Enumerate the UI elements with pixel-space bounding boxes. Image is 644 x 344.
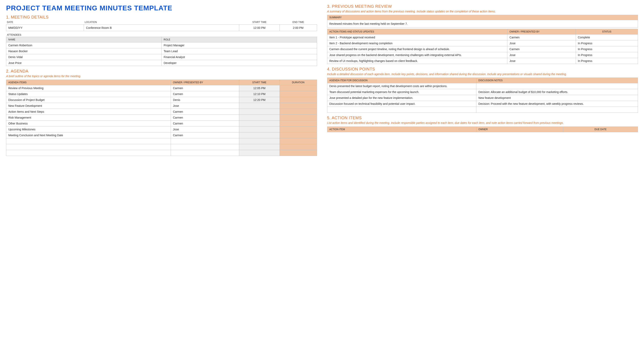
table-cell[interactable]: Team discussed potential marketing expen… [327,89,476,95]
table-cell[interactable]: Carmen [171,115,239,121]
table-cell[interactable]: Denis Vidal [6,54,162,60]
table-cell[interactable]: Complete [576,35,638,40]
table-cell[interactable]: Carmen [171,91,239,97]
table-cell[interactable] [6,138,171,144]
table-cell[interactable]: Jose [508,40,576,46]
agenda-hdr-owner: OWNER / PRESENTED BY [171,80,239,85]
table-cell[interactable]: Risk Management [6,115,171,121]
table-cell[interactable] [239,115,280,121]
table-cell[interactable]: Upcoming Milestones [6,126,171,132]
table-cell[interactable] [280,121,317,126]
table-cell[interactable]: Carmen Robertson [6,43,162,48]
table-cell[interactable] [280,109,317,115]
table-row: Discussion focused on technical feasibil… [327,101,638,107]
table-cell[interactable]: Jose [508,52,576,58]
table-cell[interactable]: New Feature Development [6,103,171,109]
table-cell[interactable] [239,132,280,138]
table-cell[interactable]: Jose [171,103,239,109]
table-cell[interactable] [171,150,239,156]
table-cell[interactable]: Carmen [508,35,576,40]
table-cell[interactable] [476,83,638,89]
table-cell[interactable] [476,107,638,113]
table-cell[interactable] [239,121,280,126]
table-cell[interactable] [239,138,280,144]
table-cell[interactable]: Hasaon Bocker [6,48,162,54]
table-cell[interactable]: 12:10 PM [239,91,280,97]
action-hdr-owner: OWNER [476,126,563,132]
table-cell[interactable]: Item 1 - Prototype approval received [327,35,508,40]
disc-hdr-notes: DISCUSSION NOTES [476,78,638,83]
table-cell[interactable] [280,97,317,103]
table-cell[interactable] [280,138,317,144]
table-cell[interactable]: Review of Previous Meeting [6,85,171,91]
table-cell[interactable]: In Progress [576,52,638,58]
table-cell[interactable]: Carmen [171,132,239,138]
table-cell[interactable]: New feature development [476,95,638,101]
table-cell[interactable]: In Progress [576,46,638,52]
table-cell[interactable] [280,91,317,97]
table-cell[interactable]: Carmen [171,109,239,115]
table-cell[interactable] [239,144,280,150]
table-cell[interactable] [280,126,317,132]
value-start[interactable]: 12:00 PM [239,25,280,31]
table-cell[interactable] [280,144,317,150]
table-cell[interactable]: Review of UI mockups, highlighting chang… [327,58,508,64]
table-cell[interactable]: Action Items and Next Steps [6,109,171,115]
table-cell[interactable] [280,103,317,109]
table-cell[interactable]: In Progress [576,40,638,46]
table-cell[interactable]: Carmen discussed the current project tim… [327,46,508,52]
table-cell[interactable] [171,144,239,150]
details-table: MM/DD/YY Conference Room B 12:00 PM 2:00… [6,24,317,31]
table-cell[interactable]: Discussion of Project Budget [6,97,171,103]
table-cell[interactable]: Decision: Allocate an additional budget … [476,89,638,95]
table-cell[interactable] [280,132,317,138]
value-date[interactable]: MM/DD/YY [6,25,84,31]
table-cell[interactable] [239,103,280,109]
table-cell[interactable]: 12:05 PM [239,85,280,91]
table-cell[interactable]: Jose [508,58,576,64]
table-cell[interactable]: Status Updates [6,91,171,97]
table-cell[interactable]: Decision: Proceed with the new feature d… [476,101,638,107]
table-cell[interactable]: Discussion focused on technical feasibil… [327,101,476,107]
table-cell[interactable]: Project Manager [162,43,317,48]
status-table: ACTION ITEMS AND STATUS UPDATES OWNER / … [327,29,638,64]
table-cell[interactable] [280,115,317,121]
value-end[interactable]: 2:00 PM [280,25,317,31]
table-cell[interactable]: 12:20 PM [239,97,280,103]
section-5-heading: 5. ACTION ITEMS [327,116,638,120]
table-cell[interactable] [171,138,239,144]
status-hdr-owner: OWNER / PRESENTED BY [508,29,576,35]
table-cell[interactable]: Jose presented a detailed plan for the n… [327,95,476,101]
table-cell[interactable] [239,126,280,132]
value-location[interactable]: Conference Room B [84,25,239,31]
section-3-desc: A summary of discussions and action item… [327,10,638,13]
table-cell[interactable]: Jose [171,126,239,132]
table-cell[interactable] [239,109,280,115]
table-cell[interactable]: Denis presented the latest budget report… [327,83,476,89]
table-cell[interactable] [239,150,280,156]
table-row: Jose shared progress on the backend deve… [327,52,638,58]
table-row: Team discussed potential marketing expen… [327,89,638,95]
table-cell[interactable]: Carmen [171,121,239,126]
table-row: Other BusinessCarmen [6,121,317,126]
table-cell[interactable]: Jose shared progress on the backend deve… [327,52,508,58]
table-cell[interactable]: Item 2 - Backend development nearing com… [327,40,508,46]
table-row: New Feature DevelopmentJose [6,103,317,109]
table-cell[interactable]: In Progress [576,58,638,64]
table-cell[interactable] [280,150,317,156]
summary-text[interactable]: Reviewed minutes from the last meeting h… [327,20,638,28]
table-cell[interactable] [327,107,476,113]
table-cell[interactable]: Denis [171,97,239,103]
table-row: Item 2 - Backend development nearing com… [327,40,638,46]
table-cell[interactable]: Team Lead [162,48,317,54]
table-cell[interactable]: Other Business [6,121,171,126]
table-cell[interactable]: Meeting Conclusion and Next Meeting Date [6,132,171,138]
table-cell[interactable]: Jose Price [6,60,162,66]
table-cell[interactable]: Financial Analyst [162,54,317,60]
table-cell[interactable]: Developer [162,60,317,66]
table-cell[interactable] [280,85,317,91]
table-cell[interactable]: Carmen [508,46,576,52]
table-cell[interactable] [6,150,171,156]
table-cell[interactable] [6,144,171,150]
table-cell[interactable]: Carmen [171,85,239,91]
